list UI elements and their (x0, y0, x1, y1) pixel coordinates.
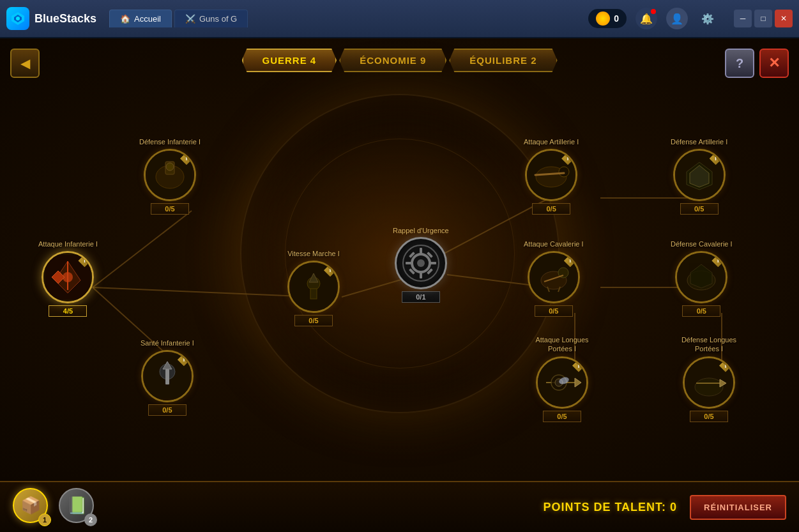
tab-guerre[interactable]: GUERRE 4 (241, 49, 337, 72)
skill-vitesse-marche[interactable]: Vitesse Marche I I 0/5 (287, 249, 340, 326)
skill-counter-defense-infanterie: 0/5 (151, 203, 189, 215)
skill-defense-artillerie[interactable]: Défense Artillerie I I 0/5 (671, 137, 727, 215)
tab-game[interactable]: ⚔️ Guns of G (174, 10, 248, 27)
skill-circle-attaque-cavalerie: I (528, 251, 580, 303)
tab-equilibre[interactable]: ÉQUILIBRE 2 (449, 49, 557, 72)
svg-rect-28 (165, 369, 169, 384)
home-icon: 🏠 (120, 14, 130, 24)
skill-counter-sante-infanterie: 0/5 (148, 404, 186, 416)
skill-sante-infanterie[interactable]: Santé Infanterie I I 0/5 (141, 338, 194, 416)
topbar-right: 0 🔔 👤 ⚙️ ─ □ ✕ (588, 8, 793, 29)
notification-dot (651, 9, 656, 14)
talent-book-1-badge: 1 (38, 513, 51, 526)
skill-circle-vitesse-marche: I (287, 261, 340, 313)
skill-circle-defense-infanterie: I (144, 149, 196, 201)
svg-rect-36 (430, 262, 436, 264)
svg-point-32 (417, 259, 425, 267)
svg-point-2 (16, 17, 20, 20)
skill-circle-attaque-infanterie: I (42, 251, 94, 303)
bluestacks-logo: BlueStacks (6, 7, 96, 30)
skill-counter-vitesse-marche: 0/5 (294, 315, 333, 326)
talent-book-2[interactable]: 📗 2 (59, 488, 97, 526)
svg-rect-33 (420, 248, 422, 254)
skill-circle-attaque-artillerie: I (525, 149, 577, 201)
skill-attaque-longues-portees[interactable]: Attaque Longues Portées I I 0/5 (524, 335, 600, 422)
game-tabs: GUERRE 4 ÉCONOMIE 9 ÉQUILIBRE 2 (241, 49, 557, 72)
settings-button[interactable]: ⚙️ (697, 8, 719, 29)
talent-book-2-badge: 2 (84, 513, 97, 526)
skill-circle-defense-longues-portees: I (683, 356, 735, 409)
bottom-bar: 📦 1 📗 2 POINTS DE TALENT: 0 RÉINITIALISE… (0, 481, 799, 532)
skill-rappel-urgence[interactable]: Rappel d'Urgence 0/1 (393, 227, 449, 303)
skill-counter-defense-longues-portees: 0/5 (690, 411, 728, 422)
reset-button[interactable]: RÉINITIALISER (690, 495, 786, 520)
skill-counter-attaque-longues-portees: 0/5 (543, 411, 581, 422)
skill-attaque-cavalerie[interactable]: Attaque Cavalerie I I 0/5 (524, 239, 584, 317)
talent-book-1[interactable]: 📦 1 (13, 488, 51, 526)
bs-logo-icon (6, 7, 29, 30)
skill-circle-defense-artillerie: I (673, 149, 726, 201)
skill-circle-attaque-longues-portees: I (536, 356, 588, 409)
profile-button[interactable]: 👤 (666, 8, 688, 29)
coin-count: 0 (614, 13, 619, 24)
skill-counter-attaque-artillerie: 0/5 (532, 203, 570, 215)
skill-counter-attaque-cavalerie: 0/5 (535, 305, 573, 317)
window-controls: ─ □ ✕ (734, 10, 793, 27)
bs-logo-text: BlueStacks (34, 12, 96, 26)
svg-rect-35 (406, 262, 412, 264)
skill-attaque-infanterie[interactable]: Attaque Infanterie I I 4/5 (38, 239, 98, 317)
skill-defense-cavalerie[interactable]: Défense Cavalerie I I 0/5 (671, 239, 733, 317)
skill-circle-defense-cavalerie: I (675, 251, 727, 303)
skill-circle-sante-infanterie: I (141, 350, 194, 402)
coin-display: 0 (588, 9, 627, 28)
coin-icon (596, 11, 610, 26)
skill-defense-longues-portees[interactable]: Défense Longues Portées I I 0/5 (671, 335, 747, 422)
minimize-button[interactable]: ─ (734, 10, 752, 27)
tab-economie[interactable]: ÉCONOMIE 9 (339, 49, 446, 72)
skill-counter-attaque-infanterie: 4/5 (49, 305, 87, 317)
svg-rect-24 (310, 289, 317, 299)
help-button[interactable]: ? (725, 49, 754, 78)
game-close-button[interactable]: ✕ (759, 49, 789, 78)
skill-counter-defense-cavalerie: 0/5 (682, 305, 720, 317)
svg-rect-34 (420, 272, 422, 278)
skill-defense-infanterie[interactable]: Défense Infanterie I I 0/5 (139, 137, 201, 215)
notification-button[interactable]: 🔔 (635, 8, 657, 29)
tab-home[interactable]: 🏠 Accueil (109, 10, 172, 27)
game-tab-icon: ⚔️ (185, 14, 195, 24)
skill-counter-defense-artillerie: 0/5 (680, 203, 719, 215)
back-button[interactable]: ◀ (10, 49, 40, 78)
svg-point-64 (695, 378, 723, 396)
skill-attaque-artillerie[interactable]: Attaque Artillerie I I 0/5 (524, 137, 579, 215)
skill-counter-rappel-urgence: 0/1 (402, 291, 440, 303)
svg-line-3 (93, 211, 192, 287)
game-area: ◀ ? ✕ GUERRE 4 ÉCONOMIE 9 ÉQUILIBRE 2 Dé… (0, 38, 799, 481)
talent-points-display: POINTS DE TALENT: 0 (543, 501, 677, 514)
maximize-button[interactable]: □ (754, 10, 772, 27)
svg-point-43 (559, 167, 569, 177)
skill-circle-rappel-urgence (395, 237, 447, 289)
close-button[interactable]: ✕ (775, 10, 793, 27)
topbar: BlueStacks 🏠 Accueil ⚔️ Guns of G 0 🔔 👤 … (0, 0, 799, 38)
svg-point-16 (166, 163, 174, 171)
